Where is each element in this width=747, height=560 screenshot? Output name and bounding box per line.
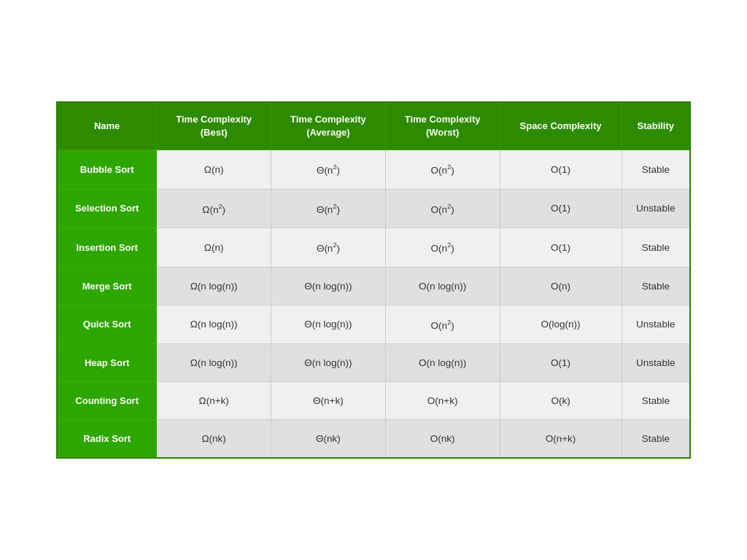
- cell-tc_average: Θ(n2): [271, 189, 386, 228]
- header-tc-average: Time Complexity(Average): [271, 102, 386, 150]
- cell-tc_average: Θ(n log(n)): [271, 344, 386, 382]
- table-row: Quick SortΩ(n log(n))Θ(n log(n))O(n2)O(l…: [57, 305, 690, 344]
- cell-stability: Unstable: [622, 305, 690, 344]
- cell-sc: O(log(n)): [500, 305, 622, 344]
- table-row: Merge SortΩ(n log(n))Θ(n log(n))O(n log(…: [57, 267, 690, 305]
- table-row: Counting SortΩ(n+k)Θ(n+k)O(n+k)O(k)Stabl…: [57, 382, 690, 420]
- header-name: Name: [57, 102, 157, 150]
- header-stability: Stability: [622, 102, 690, 150]
- cell-tc_average: Θ(n2): [271, 228, 386, 268]
- cell-tc_worst: O(n2): [385, 228, 500, 268]
- cell-name: Selection Sort: [57, 189, 157, 228]
- cell-sc: O(1): [500, 189, 622, 228]
- cell-sc: O(1): [500, 228, 622, 268]
- cell-tc_worst: O(n2): [385, 189, 500, 228]
- header-row: Name Time Complexity(Best) Time Complexi…: [57, 102, 690, 150]
- cell-sc: O(n): [500, 267, 622, 305]
- cell-tc_best: Ω(n log(n)): [157, 305, 271, 344]
- table-row: Radix SortΩ(nk)Θ(nk)O(nk)O(n+k)Stable: [57, 420, 690, 459]
- cell-tc_worst: O(n log(n)): [385, 267, 500, 305]
- cell-tc_average: Θ(n log(n)): [271, 305, 386, 344]
- cell-tc_best: Ω(n): [157, 228, 271, 268]
- header-tc-worst: Time Complexity(Worst): [385, 102, 500, 150]
- table-row: Heap SortΩ(n log(n))Θ(n log(n))O(n log(n…: [57, 344, 690, 382]
- table-row: Bubble SortΩ(n)Θ(n2)O(n2)O(1)Stable: [57, 150, 690, 190]
- cell-tc_worst: O(n2): [385, 305, 500, 344]
- cell-tc_worst: O(n2): [385, 150, 500, 190]
- cell-tc_average: Θ(nk): [271, 420, 386, 459]
- cell-stability: Stable: [622, 267, 690, 305]
- cell-tc_best: Ω(n2): [157, 189, 271, 228]
- cell-tc_average: Θ(n2): [271, 150, 386, 190]
- cell-tc_best: Ω(n log(n)): [157, 344, 271, 382]
- sorting-complexity-table: Name Time Complexity(Best) Time Complexi…: [56, 101, 691, 459]
- header-tc-best: Time Complexity(Best): [157, 102, 271, 150]
- cell-tc_average: Θ(n+k): [271, 382, 386, 420]
- cell-name: Heap Sort: [57, 344, 157, 382]
- cell-stability: Stable: [622, 150, 690, 190]
- cell-stability: Stable: [622, 382, 690, 420]
- table-row: Insertion SortΩ(n)Θ(n2)O(n2)O(1)Stable: [57, 228, 690, 268]
- cell-name: Bubble Sort: [57, 150, 157, 190]
- cell-sc: O(1): [500, 150, 622, 190]
- cell-sc: O(k): [500, 382, 622, 420]
- cell-tc_best: Ω(n log(n)): [157, 267, 271, 305]
- cell-tc_worst: O(n log(n)): [385, 344, 500, 382]
- cell-tc_best: Ω(n+k): [157, 382, 271, 420]
- cell-tc_average: Θ(n log(n)): [271, 267, 386, 305]
- cell-tc_best: Ω(nk): [157, 420, 271, 459]
- cell-name: Insertion Sort: [57, 228, 157, 268]
- cell-name: Quick Sort: [57, 305, 157, 344]
- cell-sc: O(n+k): [500, 420, 622, 459]
- cell-tc_best: Ω(n): [157, 150, 271, 190]
- cell-stability: Unstable: [622, 189, 690, 228]
- cell-name: Radix Sort: [57, 420, 157, 459]
- cell-tc_worst: O(n+k): [385, 382, 500, 420]
- header-sc: Space Complexity: [500, 102, 622, 150]
- cell-stability: Stable: [622, 228, 690, 268]
- cell-sc: O(1): [500, 344, 622, 382]
- cell-stability: Stable: [622, 420, 690, 459]
- cell-name: Merge Sort: [57, 267, 157, 305]
- cell-name: Counting Sort: [57, 382, 157, 420]
- cell-tc_worst: O(nk): [385, 420, 500, 459]
- table-row: Selection SortΩ(n2)Θ(n2)O(n2)O(1)Unstabl…: [57, 189, 690, 228]
- cell-stability: Unstable: [622, 344, 690, 382]
